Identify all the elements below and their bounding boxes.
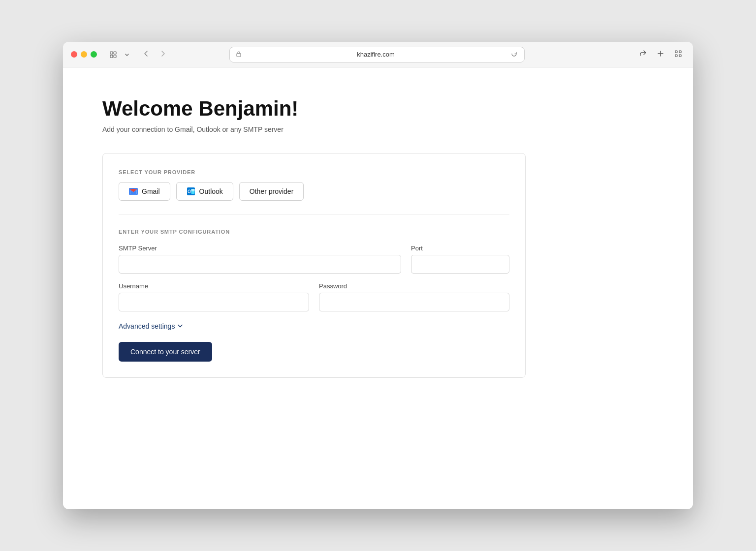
connect-button[interactable]: Connect to your server: [119, 342, 212, 362]
advanced-settings-link[interactable]: Advanced settings: [119, 322, 183, 330]
smtp-server-input[interactable]: [119, 255, 401, 274]
smtp-server-group: SMTP Server: [119, 245, 401, 274]
address-bar-input[interactable]: [246, 51, 506, 58]
refresh-button[interactable]: [510, 50, 518, 60]
tab-grid-button[interactable]: [671, 48, 685, 61]
chevron-down-icon: [177, 323, 183, 330]
username-input[interactable]: [119, 293, 309, 311]
gmail-icon: [129, 187, 138, 196]
connect-button-label: Connect to your server: [130, 348, 200, 356]
svg-rect-8: [679, 55, 681, 57]
browser-toolbar: [63, 42, 693, 67]
other-provider-button[interactable]: Other provider: [239, 182, 304, 201]
section-divider: [119, 214, 509, 215]
svg-rect-5: [675, 51, 677, 53]
forward-button[interactable]: [155, 48, 171, 61]
username-label: Username: [119, 282, 309, 290]
svg-rect-4: [237, 53, 241, 57]
page-content: Welcome Benjamin! Add your connection to…: [63, 67, 693, 509]
outlook-label: Outlook: [199, 187, 223, 195]
svg-rect-1: [114, 52, 116, 54]
tab-overview-icon: [110, 51, 117, 58]
svg-rect-11: [191, 189, 194, 191]
password-label: Password: [319, 282, 509, 290]
svg-rect-6: [679, 51, 681, 53]
toolbar-right: [636, 48, 685, 61]
traffic-lights: [71, 51, 97, 58]
smtp-server-label: SMTP Server: [119, 245, 401, 252]
password-input[interactable]: [319, 293, 509, 311]
svg-rect-0: [110, 52, 113, 54]
svg-point-13: [188, 190, 190, 193]
page-subtitle: Add your connection to Gmail, Outlook or…: [102, 125, 654, 133]
credentials-row: Username Password: [119, 282, 509, 311]
port-label: Port: [411, 245, 509, 252]
back-button[interactable]: [138, 48, 154, 61]
nav-buttons: [138, 48, 171, 61]
svg-rect-7: [675, 55, 677, 57]
back-icon: [142, 50, 150, 58]
toolbar-controls: [107, 49, 132, 60]
advanced-settings-label: Advanced settings: [119, 322, 175, 330]
address-bar[interactable]: [229, 47, 525, 62]
maximize-button[interactable]: [91, 51, 97, 58]
svg-rect-2: [110, 55, 113, 58]
lock-icon: [236, 51, 242, 59]
minimize-button[interactable]: [81, 51, 87, 58]
browser-window: Welcome Benjamin! Add your connection to…: [63, 42, 693, 509]
port-group: Port: [411, 245, 509, 274]
outlook-icon: [187, 187, 195, 196]
chevron-down-icon: [125, 52, 129, 57]
gmail-provider-button[interactable]: Gmail: [119, 182, 170, 201]
tab-overview-button[interactable]: [107, 49, 120, 60]
tab-dropdown-button[interactable]: [122, 50, 132, 59]
provider-buttons: Gmail Outlook Other provider: [119, 182, 509, 201]
username-group: Username: [119, 282, 309, 311]
share-button[interactable]: [636, 48, 650, 61]
smtp-section-label: ENTER YOUR SMTP CONFIGURATION: [119, 229, 509, 235]
gmail-label: Gmail: [142, 187, 160, 195]
password-group: Password: [319, 282, 509, 311]
provider-section-label: SELECT YOUR PROVIDER: [119, 169, 509, 175]
main-card: SELECT YOUR PROVIDER Gmail: [102, 153, 526, 378]
close-button[interactable]: [71, 51, 77, 58]
new-tab-button[interactable]: [654, 48, 667, 61]
forward-icon: [159, 50, 167, 58]
smtp-server-row: SMTP Server Port: [119, 245, 509, 274]
svg-rect-3: [114, 55, 116, 58]
outlook-provider-button[interactable]: Outlook: [176, 182, 233, 201]
port-input[interactable]: [411, 255, 509, 274]
page-title: Welcome Benjamin!: [102, 97, 654, 121]
other-provider-label: Other provider: [250, 187, 293, 195]
